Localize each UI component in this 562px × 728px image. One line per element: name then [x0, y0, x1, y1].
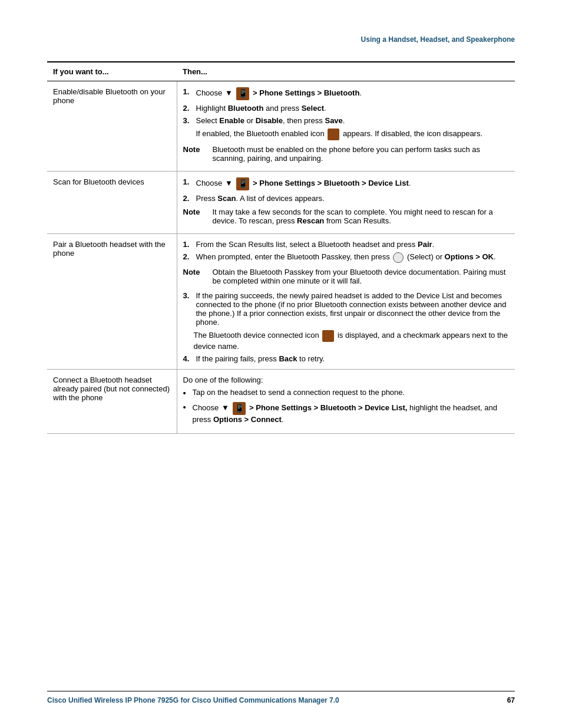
step-num: 2. [183, 194, 194, 203]
row3-col1: Pair a Bluetooth headset with the phone [47, 234, 177, 370]
step-text: Choose ▼ > Phone Settings > Bluetooth > … [196, 177, 411, 190]
row2-label: Scan for Bluetooth devices [53, 177, 144, 186]
step-bold: Back [279, 354, 297, 363]
do-one-label: Do one of the following: [183, 375, 510, 384]
row1-col2: 1. Choose ▼ > Phone Settings > Bluetooth… [177, 81, 515, 172]
nav-arrow: ▼ [225, 88, 233, 97]
bt-enabled-icon [328, 129, 339, 140]
main-table: If you want to... Then... Enable/disable… [47, 61, 515, 434]
list-item: 2. Press Scan. A list of devices appears… [183, 194, 510, 203]
step-text: When prompted, enter the Bluetooth Passk… [196, 252, 496, 263]
table-row: Enable/disable Bluetooth on your phone 1… [47, 81, 515, 172]
col1-header: If you want to... [47, 62, 177, 81]
step-num: 1. [183, 240, 194, 249]
bullet-text: Tap on the headset to send a connection … [193, 388, 405, 397]
row3-label: Pair a Bluetooth headset with the phone [53, 240, 166, 258]
bullet-sym: • [183, 388, 193, 398]
row4-col1: Connect a Bluetooth headset already pair… [47, 370, 177, 434]
table-row: Connect a Bluetooth headset already pair… [47, 370, 515, 434]
list-item: 3. Select Enable or Disable, then press … [183, 116, 510, 125]
step-text: If the pairing succeeds, the newly paire… [196, 291, 510, 327]
row3-col2: 1. From the Scan Results list, select a … [177, 234, 515, 370]
note-block: Note Obtain the Bluetooth Passkey from y… [183, 268, 510, 285]
step-num: 4. [183, 354, 194, 363]
step-text: If the pairing fails, press Back to retr… [196, 354, 325, 363]
note-text: It may take a few seconds for the scan t… [213, 207, 510, 225]
step-bold: Bluetooth [228, 104, 264, 113]
step-bold: Select [302, 104, 324, 113]
icon-note: If enabled, the Bluetooth enabled icon a… [196, 129, 510, 140]
list-item: 2. When prompted, enter the Bluetooth Pa… [183, 252, 510, 263]
page-footer: Cisco Unified Wireless IP Phone 7925G fo… [47, 691, 515, 704]
select-button-icon [393, 252, 404, 263]
page-header: Using a Handset, Headset, and Speakerpho… [47, 35, 515, 44]
note-text: Bluetooth must be enabled on the phone b… [213, 145, 510, 163]
list-item: 2. Highlight Bluetooth and press Select. [183, 104, 510, 113]
step-bold: > Phone Settings > Bluetooth [253, 88, 359, 97]
step-text: From the Scan Results list, select a Blu… [196, 240, 435, 249]
note-label: Note [183, 268, 213, 276]
step3-block: 3. If the pairing succeeds, the newly pa… [183, 291, 510, 363]
list-item: 4. If the pairing fails, press Back to r… [183, 354, 510, 363]
step-text: Select Enable or Disable, then press Sav… [196, 116, 345, 125]
footer-left: Cisco Unified Wireless IP Phone 7925G fo… [47, 696, 339, 704]
step-bold: Scan [217, 194, 236, 203]
row1-col1: Enable/disable Bluetooth on your phone [47, 81, 177, 172]
footer-right: 67 [507, 696, 515, 704]
note-bold: Rescan [297, 216, 324, 225]
phone-settings-icon [236, 177, 249, 190]
step-bold: Save [325, 116, 342, 125]
row2-col2: 1. Choose ▼ > Phone Settings > Bluetooth… [177, 172, 515, 234]
bt-connected-note: The Bluetooth device connected icon is d… [194, 330, 510, 351]
list-item: 3. If the pairing succeeds, the newly pa… [183, 291, 510, 327]
step-num: 3. [183, 116, 194, 125]
row4-label: Connect a Bluetooth headset already pair… [53, 375, 170, 402]
step-text: Press Scan. A list of devices appears. [196, 194, 325, 203]
step-num: 2. [183, 252, 194, 261]
note-label: Note [183, 145, 213, 154]
step-num: 2. [183, 104, 194, 113]
step-bold: Disable [256, 116, 283, 125]
table-row: Pair a Bluetooth headset with the phone … [47, 234, 515, 370]
list-item: • Tap on the headset to send a connectio… [183, 388, 510, 398]
note-block: Note It may take a few seconds for the s… [183, 207, 510, 225]
step-num: 3. [183, 291, 194, 300]
nav-arrow: ▼ [222, 403, 229, 412]
step-bold: > Phone Settings > Bluetooth > Device Li… [249, 403, 407, 412]
step-bold: Options > OK [445, 252, 494, 261]
bullet-list: • Tap on the headset to send a connectio… [183, 388, 510, 424]
bullet-text: Choose ▼ > Phone Settings > Bluetooth > … [193, 402, 510, 424]
step-bold: Options > Connect [213, 415, 282, 424]
section-title: Using a Handset, Headset, and Speakerpho… [361, 35, 515, 44]
row4-col2: Do one of the following: • Tap on the he… [177, 370, 515, 434]
step-text: Highlight Bluetooth and press Select. [196, 104, 326, 113]
list-item: 1. Choose ▼ > Phone Settings > Bluetooth… [183, 177, 510, 190]
step-bold: Enable [219, 116, 244, 125]
table-row: Scan for Bluetooth devices 1. Choose ▼ >… [47, 172, 515, 234]
phone-settings-icon [236, 87, 249, 100]
phone-settings-icon [233, 402, 246, 415]
note-text: Obtain the Bluetooth Passkey from your B… [213, 268, 510, 285]
col2-header: Then... [177, 62, 515, 81]
note-label: Note [183, 207, 213, 216]
nav-arrow: ▼ [225, 179, 233, 187]
bullet-sym: • [183, 402, 193, 413]
list-item: 1. Choose ▼ > Phone Settings > Bluetooth… [183, 87, 510, 100]
step-bold: > Phone Settings > Bluetooth > Device Li… [253, 179, 409, 187]
row2-col1: Scan for Bluetooth devices [47, 172, 177, 234]
bt-connected-icon [322, 330, 334, 342]
list-item: • Choose ▼ > Phone Settings > Bluetooth … [183, 402, 510, 424]
note-block: Note Bluetooth must be enabled on the ph… [183, 145, 510, 163]
row1-label: Enable/disable Bluetooth on your phone [53, 87, 166, 105]
list-item: 1. From the Scan Results list, select a … [183, 240, 510, 249]
step-num: 1. [183, 87, 194, 96]
step-text: Choose ▼ > Phone Settings > Bluetooth. [196, 87, 362, 100]
step-bold: Pair [418, 240, 432, 249]
step-num: 1. [183, 177, 194, 186]
page-container: Using a Handset, Headset, and Speakerpho… [0, 0, 562, 728]
